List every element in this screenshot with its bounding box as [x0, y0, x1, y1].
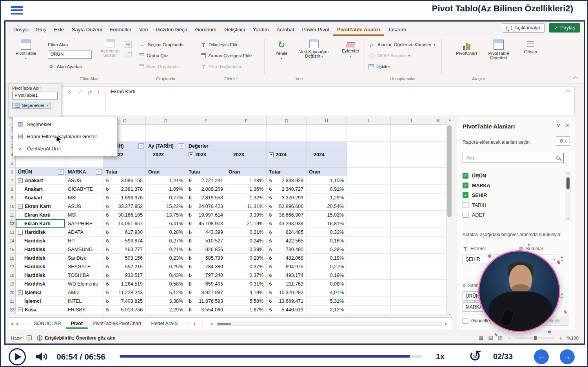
cell[interactable] [431, 228, 446, 237]
row-header-10[interactable]: 10 [9, 202, 16, 211]
menu-item-generate-getpivotdata[interactable]: ✓ ÖzetVeriAl Üret [14, 143, 116, 155]
row-header-17[interactable]: 17 [9, 262, 16, 271]
field-item-şehi̇r[interactable]: ✓ŞEHİR [463, 190, 563, 200]
cell[interactable] [146, 133, 186, 142]
pivottable-name-input[interactable]: PivotTable1 [12, 92, 58, 99]
cell[interactable]: ₺503.156 [103, 254, 146, 262]
cell[interactable] [267, 125, 307, 133]
filter-connections-button[interactable]: Filtre Bağlantıları [201, 62, 243, 71]
row-header-8[interactable]: 8 [9, 185, 16, 193]
cell[interactable]: 0,25% [146, 262, 186, 271]
cell[interactable]: ₺11.228.243 [103, 288, 146, 297]
cell[interactable]: SAMSUNG [65, 245, 103, 254]
cell[interactable] [226, 159, 267, 168]
cell[interactable] [103, 159, 146, 168]
cell[interactable]: SEAGATE [65, 262, 103, 271]
cell[interactable] [146, 125, 186, 133]
cell[interactable] [431, 219, 446, 228]
tools-button[interactable]: ⚙▾ [556, 136, 570, 146]
cell[interactable]: Tutar [103, 168, 146, 176]
field-item-tari̇h[interactable]: TARİH [463, 200, 563, 210]
cell[interactable] [391, 168, 431, 176]
field-list-scrollbar[interactable]: ▴ ▾ [565, 171, 571, 221]
fields-items-sets-button[interactable]: fx Alanlar, Öğeler ve Kümeler ▾ [368, 40, 435, 49]
cell[interactable]: ₺13.669.471 [267, 297, 307, 306]
collapse-icon[interactable]: − [18, 204, 23, 209]
cell[interactable]: 1,09% [146, 185, 186, 193]
cell[interactable]: 3,38% [146, 297, 186, 306]
cell[interactable] [431, 193, 446, 202]
cell[interactable]: 16,81% [307, 219, 347, 228]
row-header-11[interactable]: 11 [9, 211, 16, 219]
column-header-F[interactable]: F [226, 117, 267, 125]
change-data-source-button[interactable]: Veri Kaynağını Değiştir ▾ [296, 38, 332, 76]
share-button[interactable]: ↗ Paylaş [549, 23, 580, 33]
cell[interactable]: 0,77% [146, 193, 186, 202]
comments-button[interactable]: Açıklamalar [502, 23, 545, 33]
collapse-icon[interactable]: − [18, 178, 23, 183]
cell[interactable] [431, 237, 446, 245]
cell[interactable] [391, 262, 431, 271]
tab-overflow-icon[interactable]: ⋯ [183, 321, 191, 326]
search-input[interactable]: Ara [463, 153, 564, 163]
scrollbar-thumb[interactable] [566, 177, 570, 189]
column-header-J[interactable]: J [391, 117, 431, 125]
row-header-18[interactable]: 18 [9, 271, 16, 280]
cell[interactable] [347, 133, 391, 142]
sheet-tab-sonu-lar[interactable]: SONUÇLAR [29, 318, 66, 329]
cell[interactable]: 5,12% [146, 288, 186, 297]
field-checkbox[interactable]: ✓ [463, 183, 468, 188]
cell[interactable]: Harddisk [16, 245, 65, 254]
cell[interactable]: Harddisk [16, 262, 65, 271]
cell[interactable]: ₺422.565 [267, 237, 307, 245]
sheet-tab-hedef-ara-s[interactable]: Hedef Ara-S [146, 318, 183, 329]
cell[interactable] [391, 202, 431, 211]
cell[interactable]: 0,43% [146, 271, 186, 280]
cell[interactable]: 11,31% [226, 202, 267, 211]
scrollbar-thumb[interactable] [217, 323, 231, 325]
cell[interactable]: 2,12% [307, 306, 347, 314]
next-button[interactable]: → [560, 349, 575, 364]
cell[interactable]: HP [65, 237, 103, 245]
scroll-left-icon[interactable]: ◂ [208, 321, 214, 326]
horizontal-scrollbar[interactable]: ◂ ▸ [208, 321, 449, 326]
ribbon-tab-acrobat[interactable]: Acrobat [273, 24, 298, 36]
row-header-15[interactable]: 15 [9, 245, 16, 254]
vertical-scrollbar[interactable]: ▴ ▾ [446, 117, 452, 317]
cell[interactable]: Tutar [267, 168, 307, 176]
cell[interactable]: Anakart [16, 193, 65, 202]
cell[interactable]: 15,02% [307, 211, 347, 219]
cell[interactable]: 4,19% [226, 288, 267, 297]
cell[interactable]: 6,41% [146, 219, 186, 228]
cell[interactable]: 1,28% [226, 176, 267, 185]
cell[interactable]: ₺2.838.929 [267, 176, 307, 185]
cell[interactable] [391, 306, 431, 314]
ribbon-tab-formüller[interactable]: Formüller [106, 24, 135, 36]
chevron-down-icon[interactable]: ∨ [557, 122, 561, 128]
cell[interactable]: ₺1.696.976 [103, 193, 146, 202]
sheet-tab-pivottable-pivotchart[interactable]: PivotTable&PivotChart [88, 318, 146, 329]
cell[interactable] [347, 306, 391, 314]
page-break-view-icon[interactable]: ▥ [498, 335, 503, 341]
formula-bar-value[interactable]: Ekran Kartı [111, 89, 136, 94]
cell[interactable]: ₺510.527 [186, 237, 226, 245]
ribbon-tab-sayfa-düzeni[interactable]: Sayfa Düzeni [68, 24, 106, 36]
chevron-down-icon[interactable]: ▾ [98, 90, 99, 94]
insert-function-icon[interactable]: fx [88, 89, 92, 95]
cell[interactable] [347, 228, 391, 237]
cell[interactable] [391, 297, 431, 306]
cell[interactable] [186, 125, 226, 133]
cell[interactable] [391, 228, 431, 237]
cell[interactable]: 1,10% [307, 176, 347, 185]
cell[interactable] [307, 142, 347, 150]
cell[interactable]: 0,19% [307, 271, 347, 280]
cell[interactable]: GİGABYTE [65, 185, 103, 193]
column-header-G[interactable]: G [267, 117, 307, 125]
cell[interactable]: ₺2.381.378 [103, 185, 146, 193]
ungroup-button[interactable]: Grubu Çöz [139, 51, 169, 60]
insert-timeline-button[interactable]: Zaman Çizelgesi Ekle [201, 51, 252, 60]
cell[interactable] [391, 159, 431, 168]
cell[interactable] [431, 150, 446, 159]
tab-menu-icon[interactable]: ⋮ [198, 321, 207, 326]
cell[interactable] [391, 254, 431, 262]
